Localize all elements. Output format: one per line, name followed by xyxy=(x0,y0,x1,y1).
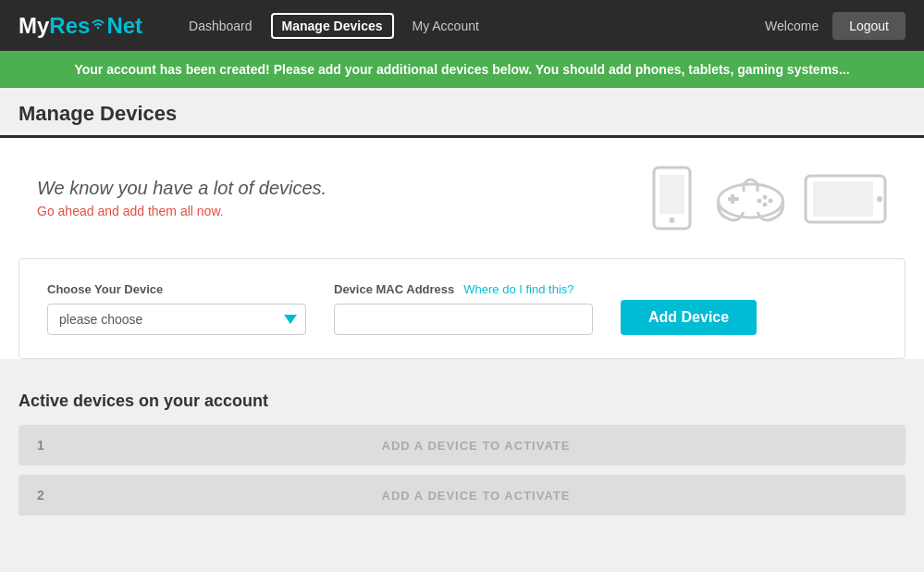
header: MyRes Net Dashboard Manage Devices My Ac… xyxy=(0,0,924,51)
sub-text-suffix: now. xyxy=(197,204,224,218)
logo: MyRes Net xyxy=(18,13,142,39)
svg-point-10 xyxy=(758,198,762,203)
sub-text-prefix: Go ahead and add them xyxy=(37,204,177,218)
where-to-find-link[interactable]: Where do I find this? xyxy=(463,282,573,296)
logo-my: My xyxy=(18,13,49,39)
page-title: Manage Devices xyxy=(18,102,906,126)
notification-banner: Your account has been created! Please ad… xyxy=(0,51,924,88)
svg-point-8 xyxy=(769,198,773,203)
svg-rect-6 xyxy=(731,194,734,204)
sub-text-highlight: all xyxy=(180,204,193,218)
welcome-text: Welcome xyxy=(765,19,819,33)
device-type-select[interactable]: please choose xyxy=(47,304,306,335)
svg-point-9 xyxy=(763,202,768,206)
svg-rect-2 xyxy=(659,175,684,214)
slot-text-2: ADD A DEVICE TO ACTIVATE xyxy=(65,489,887,503)
active-devices-title: Active devices on your account xyxy=(18,392,906,411)
add-device-section: Choose Your Device please choose Device … xyxy=(18,258,906,359)
svg-point-15 xyxy=(877,196,882,202)
nav-manage-devices[interactable]: Manage Devices xyxy=(271,13,394,39)
svg-point-7 xyxy=(763,194,768,199)
logout-button[interactable]: Logout xyxy=(832,12,906,40)
svg-rect-14 xyxy=(813,181,873,217)
active-devices-section: Active devices on your account 1 ADD A D… xyxy=(0,378,924,543)
promo-main-text: We know you have a lot of devices. xyxy=(37,178,326,199)
slot-number-1: 1 xyxy=(37,438,51,453)
add-device-button[interactable]: Add Device xyxy=(621,300,757,335)
device-slot-1: 1 ADD A DEVICE TO ACTIVATE xyxy=(18,425,906,466)
svg-point-3 xyxy=(670,218,675,223)
slot-number-2: 2 xyxy=(37,488,51,503)
logo-net: Net xyxy=(106,13,142,39)
device-slot-2: 2 ADD A DEVICE TO ACTIVATE xyxy=(18,475,906,516)
nav-my-account[interactable]: My Account xyxy=(403,14,488,38)
svg-point-4 xyxy=(719,184,783,218)
promo-section: We know you have a lot of devices. Go ah… xyxy=(0,138,924,258)
phone-icon xyxy=(647,166,697,230)
banner-message: Your account has been created! Please ad… xyxy=(74,62,849,77)
device-type-group: Choose Your Device please choose xyxy=(47,282,306,335)
mac-label-row: Device MAC Address Where do I find this? xyxy=(334,282,593,296)
nav-links: Dashboard Manage Devices My Account xyxy=(179,13,737,39)
device-select-wrapper: please choose xyxy=(47,304,306,335)
header-right: Welcome Logout xyxy=(765,12,906,40)
svg-point-0 xyxy=(97,26,99,28)
nav-dashboard[interactable]: Dashboard xyxy=(179,14,262,38)
mac-address-input[interactable] xyxy=(334,304,593,335)
main-content: We know you have a lot of devices. Go ah… xyxy=(0,138,924,359)
gamepad-icon xyxy=(711,173,790,224)
device-icons xyxy=(647,166,887,230)
form-row: Choose Your Device please choose Device … xyxy=(47,282,877,335)
promo-text: We know you have a lot of devices. Go ah… xyxy=(37,178,326,218)
device-type-label: Choose Your Device xyxy=(47,282,306,296)
slot-text-1: ADD A DEVICE TO ACTIVATE xyxy=(65,439,887,453)
promo-sub-text: Go ahead and add them all now. xyxy=(37,204,326,218)
mac-address-group: Device MAC Address Where do I find this? xyxy=(334,282,593,335)
tablet-icon xyxy=(804,168,887,229)
mac-address-label: Device MAC Address xyxy=(334,282,454,296)
wifi-icon xyxy=(90,15,106,37)
logo-res: Res xyxy=(49,13,90,39)
page-title-area: Manage Devices xyxy=(0,88,924,138)
